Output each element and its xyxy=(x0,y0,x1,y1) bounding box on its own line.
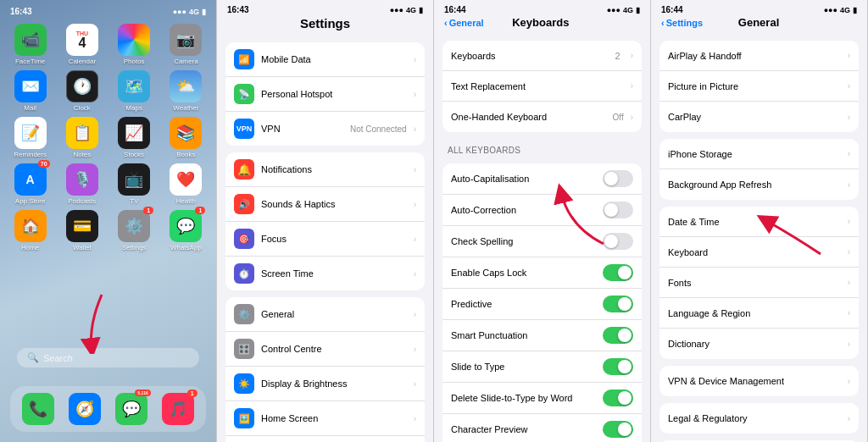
settings-row-vpn[interactable]: VPN VPN Not Connected › xyxy=(225,112,425,146)
dock-messages[interactable]: 💬5,116 xyxy=(110,393,153,425)
settings-row-controlcentre[interactable]: 🎛️ Control Centre › xyxy=(225,332,425,367)
focus-label: Focus xyxy=(261,234,407,244)
general-row-language[interactable]: Language & Region › xyxy=(659,298,859,329)
keyboards-row-keyboards[interactable]: Keyboards 2 › xyxy=(442,41,642,71)
network-type-4: 4G xyxy=(840,6,850,14)
keyboards-panel: 16:44 ●●● 4G ▮ ‹ General Keyboards Keybo… xyxy=(434,0,651,442)
toggle-checkspelling[interactable]: Check Spelling xyxy=(442,226,642,257)
settings-group-system: ⚙️ General › 🎛️ Control Centre › ☀️ Disp… xyxy=(225,297,425,442)
app-clock[interactable]: 🕐 Clock xyxy=(58,70,105,112)
app-home[interactable]: 🏠 Home xyxy=(7,210,53,251)
app-health[interactable]: ❤️ Health xyxy=(163,163,209,205)
app-settings[interactable]: ⚙️1 Settings xyxy=(111,210,158,251)
keyboards-count: 2 xyxy=(615,51,620,61)
dock-phone[interactable]: 📞 xyxy=(17,393,60,425)
app-facetime[interactable]: 📹 FaceTime xyxy=(7,24,53,65)
general-back[interactable]: ‹ Settings xyxy=(661,18,703,28)
general-row-pip[interactable]: Picture in Picture › xyxy=(659,71,859,102)
app-tv[interactable]: 📺 TV xyxy=(111,163,158,205)
general-group5: Legal & Regulatory › xyxy=(659,403,859,434)
app-books[interactable]: 📚 Books xyxy=(163,117,209,158)
general-row-keyboard[interactable]: Keyboard › xyxy=(659,237,859,268)
settings-row-general[interactable]: ⚙️ General › xyxy=(225,297,425,332)
fonts-label: Fonts xyxy=(668,278,841,288)
keyboards-row-onehanded[interactable]: One-Handed Keyboard Off › xyxy=(442,102,642,132)
smartpunctuation-toggle[interactable] xyxy=(603,327,633,344)
keyboards-scroll[interactable]: Keyboards 2 › Text Replacement › One-Han… xyxy=(434,34,650,442)
dock-safari[interactable]: 🧭 xyxy=(64,393,107,425)
predictive-label: Predictive xyxy=(451,299,596,309)
general-row-fonts[interactable]: Fonts › xyxy=(659,268,859,298)
general-row-bgrefresh[interactable]: Background App Refresh › xyxy=(659,169,859,200)
screentime-chevron: › xyxy=(414,269,416,279)
search-bar[interactable]: 🔍 Search xyxy=(17,348,199,367)
network-type: 4G xyxy=(189,8,199,16)
toggle-slidetotype[interactable]: Slide to Type xyxy=(442,351,642,383)
general-scroll[interactable]: AirPlay & Handoff › Picture in Picture ›… xyxy=(651,34,867,442)
general-row-vpn[interactable]: VPN & Device Management › xyxy=(659,366,859,396)
general-row-storage[interactable]: iPhone Storage › xyxy=(659,139,859,169)
settings-row-mobiledata[interactable]: 📶 Mobile Data › xyxy=(225,42,425,77)
slidetotype-toggle[interactable] xyxy=(603,358,633,375)
settings-row-screentime[interactable]: ⏱️ Screen Time › xyxy=(225,257,425,290)
general-title: General xyxy=(703,16,815,29)
settings-row-notifications[interactable]: 🔔 Notifications › xyxy=(225,152,425,187)
keyboards-back[interactable]: ‹ General xyxy=(444,18,484,28)
app-maps[interactable]: 🗺️ Maps xyxy=(111,70,158,112)
keyboards-nav: ‹ General Keyboards xyxy=(434,16,650,34)
general-row-dictionary[interactable]: Dictionary › xyxy=(659,329,859,359)
keyboards-top-group: Keyboards 2 › Text Replacement › One-Han… xyxy=(442,41,642,132)
homescreen-label: Home Screen xyxy=(261,413,407,423)
notifications-chevron: › xyxy=(414,165,416,174)
general-row-datetime[interactable]: Date & Time › xyxy=(659,207,859,237)
toggle-predictive[interactable]: Predictive xyxy=(442,289,642,320)
toggle-autocorrect[interactable]: Auto-Correction xyxy=(442,195,642,226)
app-calendar[interactable]: THU 4 Calendar xyxy=(58,24,105,65)
toggle-deletebyword[interactable]: Delete Slide-to-Type by Word xyxy=(442,383,642,414)
deletebyword-toggle[interactable] xyxy=(603,390,633,406)
dock-music[interactable]: 🎵1 xyxy=(156,393,199,425)
autocap-toggle[interactable] xyxy=(603,170,633,187)
app-whatsapp[interactable]: 💬1 WhatsApp xyxy=(163,210,209,251)
checkspelling-toggle[interactable] xyxy=(603,233,633,250)
phone-status-bar: 16:43 ●●● 4G ▮ xyxy=(0,7,216,16)
settings-row-focus[interactable]: 🎯 Focus › xyxy=(225,222,425,257)
vpn-chevron: › xyxy=(414,124,416,134)
app-podcasts[interactable]: 🎙️ Podcasts xyxy=(58,163,105,205)
general-row-carplay[interactable]: CarPlay › xyxy=(659,102,859,132)
app-appstore[interactable]: A70 App Store xyxy=(7,163,53,205)
app-photos[interactable]: Photos xyxy=(111,24,158,65)
settings-scroll[interactable]: 📶 Mobile Data › 📡 Personal Hotspot › VPN… xyxy=(217,36,433,442)
settings-row-hotspot[interactable]: 📡 Personal Hotspot › xyxy=(225,77,425,112)
notifications-icon: 🔔 xyxy=(234,159,254,180)
general-back-chevron-icon: ‹ xyxy=(661,18,665,28)
app-mail[interactable]: ✉️ Mail xyxy=(7,70,53,112)
vpndevice-chevron: › xyxy=(848,377,850,386)
settings-row-homescreen[interactable]: 🖼️ Home Screen › xyxy=(225,401,425,436)
dictionary-chevron: › xyxy=(848,340,850,349)
signal-icon-3: ●●● xyxy=(607,6,620,14)
toggle-characterpreview[interactable]: Character Preview xyxy=(442,414,642,442)
deletebyword-label: Delete Slide-to-Type by Word xyxy=(451,393,596,403)
general-row-airplay[interactable]: AirPlay & Handoff › xyxy=(659,41,859,71)
toggle-autocap[interactable]: Auto-Capitalisation xyxy=(442,163,642,195)
toggle-capslock[interactable]: Enable Caps Lock xyxy=(442,257,642,289)
focus-chevron: › xyxy=(414,235,416,244)
app-notes[interactable]: 📋 Notes xyxy=(58,117,105,158)
app-camera[interactable]: 📷 Camera xyxy=(163,24,209,65)
characterpreview-label: Character Preview xyxy=(451,424,596,434)
general-row-legal[interactable]: Legal & Regulatory › xyxy=(659,403,859,434)
predictive-toggle[interactable] xyxy=(603,296,633,312)
settings-row-sounds[interactable]: 🔊 Sounds & Haptics › xyxy=(225,187,425,222)
app-weather[interactable]: ⛅ Weather xyxy=(163,70,209,112)
toggle-smartpunctuation[interactable]: Smart Punctuation xyxy=(442,320,642,351)
keyboards-row-textreplacement[interactable]: Text Replacement › xyxy=(442,71,642,102)
settings-row-display[interactable]: ☀️ Display & Brightness › xyxy=(225,367,425,401)
capslock-toggle[interactable] xyxy=(603,264,633,281)
app-reminders[interactable]: 📝 Reminders xyxy=(7,117,53,158)
autocorrect-toggle[interactable] xyxy=(603,202,633,218)
app-stocks[interactable]: 📈 Stocks xyxy=(111,117,158,158)
app-wallet[interactable]: 💳 Wallet xyxy=(58,210,105,251)
characterpreview-toggle[interactable] xyxy=(603,421,633,438)
settings-row-accessibility[interactable]: ♿ Accessibility › xyxy=(225,436,425,442)
